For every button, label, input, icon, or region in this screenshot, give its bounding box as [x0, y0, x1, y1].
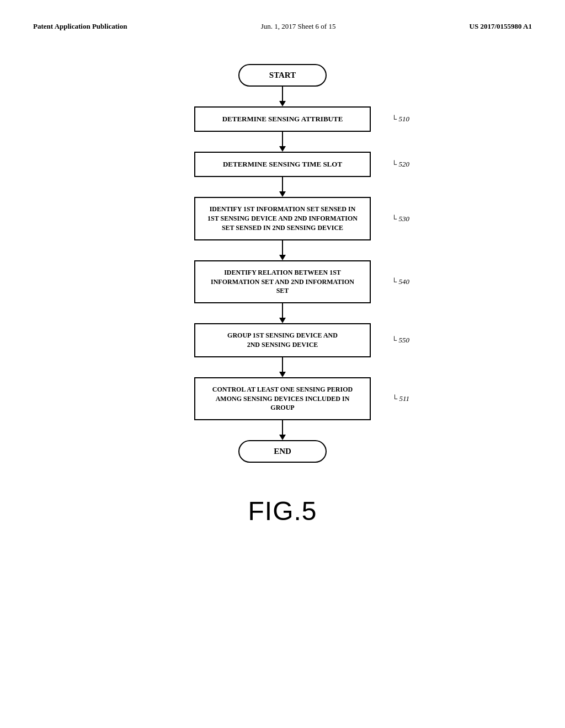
- end-node: END: [238, 440, 327, 463]
- step-511-wrapper: CONTROL AT LEAST ONE SENSING PERIODAMONG…: [194, 377, 371, 420]
- header-date-sheet: Jun. 1, 2017 Sheet 6 of 15: [261, 22, 336, 31]
- step-511-box: CONTROL AT LEAST ONE SENSING PERIODAMONG…: [194, 377, 371, 420]
- figure-caption: FIG.5: [33, 496, 532, 526]
- arrow-540-550: [279, 303, 286, 323]
- step-550-box: GROUP 1ST SENSING DEVICE AND2ND SENSING …: [194, 323, 371, 357]
- step-511-label: └ 511: [392, 394, 409, 403]
- step-520-label: └ 520: [392, 160, 409, 169]
- step-540-label: └ 540: [392, 277, 409, 286]
- arrow-510-520: [279, 132, 286, 152]
- flowchart: START DETERMINE SENSING ATTRIBUTE └ 510 …: [33, 64, 532, 463]
- start-node: START: [238, 64, 327, 87]
- step-530-box: IDENTIFY 1ST INFORMATION SET SENSED IN1S…: [194, 197, 371, 240]
- header-publication-label: Patent Application Publication: [33, 22, 127, 31]
- patent-page: Patent Application Publication Jun. 1, 2…: [0, 0, 565, 728]
- step-540-wrapper: IDENTIFY RELATION BETWEEN 1STINFORMATION…: [194, 260, 371, 303]
- arrow-520-530: [279, 177, 286, 197]
- arrow-550-511: [279, 357, 286, 377]
- step-550-wrapper: GROUP 1ST SENSING DEVICE AND2ND SENSING …: [194, 323, 371, 357]
- step-530-wrapper: IDENTIFY 1ST INFORMATION SET SENSED IN1S…: [194, 197, 371, 240]
- step-510-box: DETERMINE SENSING ATTRIBUTE: [194, 106, 371, 132]
- step-520-wrapper: DETERMINE SENSING TIME SLOT └ 520: [194, 152, 371, 177]
- step-520-box: DETERMINE SENSING TIME SLOT: [194, 152, 371, 177]
- step-530-label: └ 530: [392, 215, 409, 223]
- step-510-label: └ 510: [392, 115, 409, 124]
- arrow-start-510: [279, 87, 286, 106]
- header-patent-number: US 2017/0155980 A1: [470, 22, 532, 31]
- step-510-wrapper: DETERMINE SENSING ATTRIBUTE └ 510: [194, 106, 371, 132]
- step-550-label: └ 550: [392, 336, 409, 345]
- step-540-box: IDENTIFY RELATION BETWEEN 1STINFORMATION…: [194, 260, 371, 303]
- page-header: Patent Application Publication Jun. 1, 2…: [33, 22, 532, 31]
- arrow-530-540: [279, 240, 286, 260]
- arrow-511-end: [279, 420, 286, 440]
